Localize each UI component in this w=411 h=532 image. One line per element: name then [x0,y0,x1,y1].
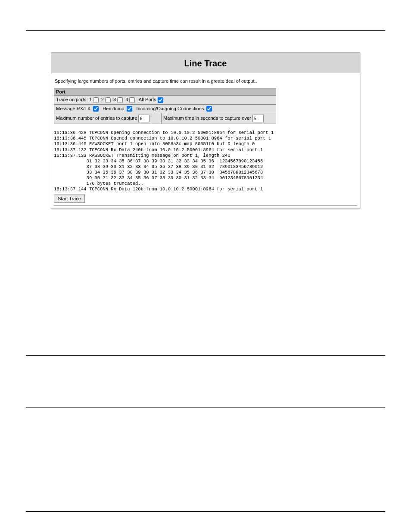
hex-dump-label: Hex dump [103,106,124,111]
window-header: Line Trace [51,53,360,73]
msg-rxtx-label: Message RX/TX [56,106,90,111]
port-4-checkbox[interactable] [129,97,135,103]
window-body: Specifying large numbers of ports, entri… [51,73,360,208]
window-title: Line Trace [51,59,360,68]
max-entries-input[interactable] [138,115,149,122]
horizontal-rule-3 [26,511,385,512]
horizontal-rule-2 [26,408,385,408]
msg-rxtx-checkbox[interactable] [93,106,99,112]
line-trace-window: Line Trace Specifying large numbers of p… [51,52,360,209]
trace-ports-row: Trace on ports: 1 2 3 4 All Ports [54,96,276,105]
trace-ports-label: Trace on ports: [56,97,88,102]
top-horizontal-rule [26,30,385,31]
max-time-label: Maximum time in seconds to capture over [163,115,251,121]
port-settings-table: Port Trace on ports: 1 2 3 4 All Ports M… [54,88,276,124]
hex-dump-checkbox[interactable] [127,106,132,112]
all-ports-checkbox[interactable] [158,97,163,103]
max-entries-cell: Maximum number of entries to capture [54,113,162,124]
connections-label: Incoming/Outgoing Connections [137,106,204,111]
port-heading: Port [54,88,276,96]
start-trace-button[interactable]: Start Trace [54,194,85,203]
max-time-input[interactable] [252,115,264,122]
port-3-checkbox[interactable] [117,97,123,103]
all-ports-label: All Ports [139,97,156,102]
connections-checkbox[interactable] [206,106,212,112]
port-3-label: 3 [113,97,116,102]
port-2-checkbox[interactable] [105,97,111,103]
port-4-label: 4 [125,97,128,102]
info-note: Specifying large numbers of ports, entri… [55,78,357,84]
port-1-label: 1 [89,97,92,102]
max-entries-label: Maximum number of entries to capture [56,115,137,121]
max-time-cell: Maximum time in seconds to capture over [162,113,276,124]
port-1-checkbox[interactable] [93,97,99,103]
trace-options-row: Message RX/TX Hex dump Incoming/Outgoing… [54,104,276,113]
window-bottom-rule [54,205,357,206]
trace-output: 16:13:36.428 TCPCONN Opening connection … [54,130,357,192]
horizontal-rule-1 [26,355,385,356]
port-2-label: 2 [101,97,104,102]
